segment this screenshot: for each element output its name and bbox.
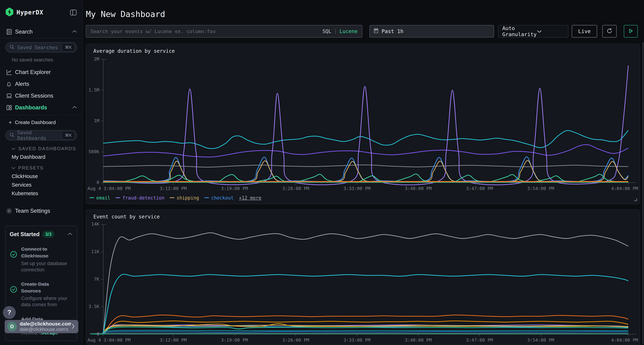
sidebar: HyperDX Search Saved Searches ⌘K No save… <box>0 0 83 345</box>
x-axis-tick-label: 3:40:00 PM <box>392 186 445 191</box>
plus-icon: + <box>8 119 12 126</box>
granularity-select[interactable]: Auto Granularity <box>498 25 568 37</box>
legend-item-email[interactable]: email <box>90 195 110 201</box>
sidebar-link-clickhouse[interactable]: ClickHouse <box>12 173 38 179</box>
vertical-scrollbar[interactable] <box>642 42 644 344</box>
x-axis-tick-label: 3:26:00 PM <box>269 338 322 343</box>
search-icon <box>9 44 15 50</box>
chevron-up-icon[interactable] <box>67 232 73 236</box>
y-axis-tick-label: 0 <box>86 180 99 185</box>
dashboards-grid-icon <box>6 104 13 111</box>
saved-searches-placeholder: Saved Searches <box>17 45 62 50</box>
legend-dash <box>170 197 174 198</box>
saved-searches-input[interactable]: Saved Searches ⌘K <box>5 42 77 52</box>
run-query-button[interactable] <box>624 25 638 37</box>
chevron-down-icon <box>537 28 564 34</box>
get-started-title: Get Started <box>10 231 40 238</box>
sidebar-item-search[interactable]: Search <box>0 27 82 37</box>
section-label-text: SAVED DASHBOARDS <box>18 146 76 151</box>
chevron-up-icon <box>72 106 77 110</box>
dashboard-panel-1[interactable]: Average duration by service emailfraud-d… <box>86 44 640 204</box>
sidebar-link-services[interactable]: Services <box>12 182 32 188</box>
chart-plot-2 <box>103 224 628 334</box>
user-account-chip[interactable]: D dale@clickhouse.com dale@clickhouse.co… <box>5 320 78 333</box>
x-axis-tick-label: 3:12:00 PM <box>146 338 200 343</box>
series-purple <box>103 145 628 157</box>
legend-item-checkout[interactable]: checkout <box>204 195 234 201</box>
section-saved-dashboards[interactable]: SAVED DASHBOARDS <box>11 146 76 151</box>
search-journal-icon <box>6 28 13 35</box>
step-title: Create Data Sources <box>21 281 69 295</box>
get-started-step-sources[interactable]: Create Data Sources Configure where your… <box>10 281 73 308</box>
calendar-icon <box>373 28 379 35</box>
play-icon <box>628 28 634 34</box>
sidebar-item-client-sessions[interactable]: Client Sessions <box>0 91 82 101</box>
chevron-up-icon <box>72 30 77 34</box>
legend-more-link[interactable]: +15 more <box>239 344 261 345</box>
refresh-button[interactable] <box>602 25 617 37</box>
time-range-picker[interactable]: Past 1h <box>370 25 494 37</box>
x-axis-tick-label: 4:04:00 PM <box>592 338 638 343</box>
lucene-mode-toggle[interactable]: Lucene <box>340 28 358 34</box>
legend-item-checkout[interactable]: checkout <box>204 344 234 345</box>
x-axis-tick-label: 3:47:00 PM <box>453 186 506 191</box>
gear-icon <box>6 208 13 214</box>
create-dashboard-button[interactable]: + Create Dashboard <box>0 118 82 127</box>
legend-item-fraud-detection[interactable]: fraud-detection <box>116 344 164 345</box>
sidebar-link-my-dashboard[interactable]: My Dashboard <box>12 154 46 160</box>
y-axis-tick-label: 1M <box>86 118 99 123</box>
sidebar-item-dashboards[interactable]: Dashboards <box>0 103 82 113</box>
x-axis-tick-label: 3:47:00 PM <box>453 338 506 343</box>
y-axis-tick-label: 3.5K <box>86 304 99 309</box>
y-axis-tick-label: 7K <box>86 277 99 282</box>
get-started-step-connect[interactable]: Connect to ClickHouse Set up your databa… <box>10 246 73 273</box>
section-presets[interactable]: PRESETS <box>11 165 44 171</box>
user-email: dale@clickhouse.com <box>20 321 71 327</box>
sql-mode-toggle[interactable]: SQL <box>322 28 332 34</box>
create-dashboard-label: Create Dashboard <box>15 120 56 125</box>
sidebar-item-label: Team Settings <box>15 208 50 214</box>
legend-item-fraud-detection[interactable]: fraud-detection <box>116 195 164 201</box>
sidebar-item-label: Alerts <box>15 81 29 87</box>
refresh-icon <box>606 27 613 35</box>
sidebar-item-team-settings[interactable]: Team Settings <box>0 206 82 216</box>
help-button[interactable]: ? <box>3 306 16 319</box>
sidebar-item-alerts[interactable]: Alerts <box>0 79 82 89</box>
series-gray <box>103 233 628 334</box>
step-title: Connect to ClickHouse <box>21 246 69 259</box>
legend-item-shipping[interactable]: shipping <box>170 195 199 201</box>
sidebar-collapse-icon[interactable] <box>70 8 77 16</box>
legend-item-shipping[interactable]: shipping <box>170 344 199 345</box>
series-fraud-detection <box>103 66 628 185</box>
x-axis-tick-label: 3:26:00 PM <box>269 186 322 191</box>
sidebar-divider <box>0 38 82 38</box>
check-circle-icon <box>10 281 21 308</box>
x-axis-tick-label: 3:54:00 PM <box>514 338 568 343</box>
brand[interactable]: HyperDX <box>5 7 43 17</box>
sidebar-item-chart-explorer[interactable]: Chart Explorer <box>0 67 82 77</box>
chart-title: Average duration by service <box>94 48 175 54</box>
y-axis-tick-label: 11K <box>86 249 99 254</box>
dashboard-panel-2[interactable]: Event count by service emailfraud-detect… <box>86 210 640 345</box>
x-axis-tick-label: 3:19:00 PM <box>208 338 261 343</box>
sidebar-item-label: Dashboards <box>15 104 47 111</box>
legend-more-link[interactable]: +12 more <box>239 195 261 201</box>
x-axis-tick-label: Aug 4 3:04:00 PM <box>88 338 145 343</box>
laptop-icon <box>6 92 13 99</box>
sidebar-link-kubernetes[interactable]: Kubernetes <box>12 191 38 196</box>
get-started-progress-badge: 3/3 <box>42 231 54 238</box>
legend-dash <box>116 197 120 198</box>
saved-dashboards-input[interactable]: Saved Dashboards ⌘K <box>5 130 77 140</box>
x-axis-tick-label: 3:40:00 PM <box>392 338 445 343</box>
y-axis-tick-label: 2M <box>86 56 99 62</box>
saved-dashboards-placeholder: Saved Dashboards <box>17 130 62 141</box>
brand-name: HyperDX <box>16 9 43 16</box>
live-button[interactable]: Live <box>572 25 597 37</box>
legend-item-email[interactable]: email <box>90 344 110 345</box>
chart-explorer-icon <box>6 69 13 76</box>
resize-handle-icon[interactable] <box>634 198 637 202</box>
hyperdx-app: HyperDX Search Saved Searches ⌘K No save… <box>0 0 644 345</box>
event-search-input[interactable]: Search your events w/ Lucene ex. column:… <box>86 25 362 37</box>
step-desc: Configure where your data comes from <box>21 295 70 308</box>
chart-title: Event count by service <box>94 214 160 220</box>
